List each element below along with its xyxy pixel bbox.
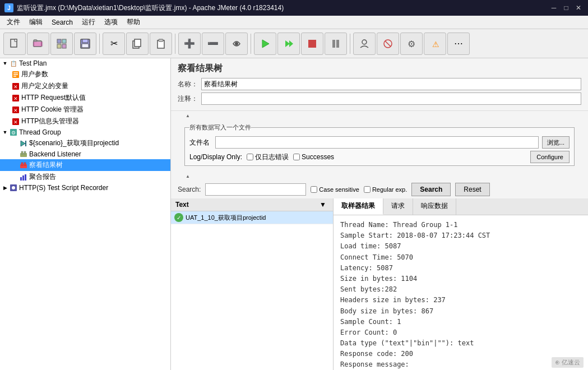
result-item[interactable]: ✓ UAT_1_10_获取项目projectid (171, 211, 333, 224)
user-params-icon (12, 71, 20, 78)
regular-exp-item[interactable]: Regular exp. (364, 186, 407, 193)
menu-edit[interactable]: 编辑 (25, 16, 47, 28)
toolbar-new[interactable] (3, 33, 26, 55)
tab-request[interactable]: 请求 (383, 198, 413, 215)
search-input[interactable] (205, 183, 306, 196)
name-input[interactable] (201, 78, 581, 90)
toolbar-collapse[interactable]: ➖ (202, 33, 224, 55)
menu-file[interactable]: 文件 (2, 16, 25, 28)
tree-item-scenario[interactable]: ${scenario}_获取项目projectid (0, 137, 170, 149)
tree-item-http-cookie[interactable]: ✕ HTTP Cookie 管理器 (0, 104, 170, 115)
svg-rect-22 (336, 40, 339, 48)
successes-label: Successes (302, 153, 334, 161)
tree-item-http-header[interactable]: ✕ HTTP信息头管理器 (0, 115, 170, 127)
user-vars-icon: ✕ (12, 82, 20, 90)
toolbar-remote-stop[interactable] (377, 33, 399, 55)
errors-only-checkbox[interactable] (247, 154, 253, 160)
successes-checkbox[interactable] (293, 154, 300, 160)
svg-point-23 (362, 40, 367, 44)
file-section-title: 所有数据写入一个文件 (189, 123, 251, 132)
menu-run[interactable]: 运行 (77, 16, 100, 28)
file-label: 文件名 (189, 138, 210, 147)
success-icon: ✓ (174, 213, 183, 222)
toolbar-sep-3 (251, 34, 251, 54)
toolbar-shutdown[interactable] (325, 33, 347, 55)
window-title: 监听设置.jmx (D:\MyData\xietian1\Desktop\监听设… (17, 3, 549, 13)
search-button[interactable]: Search (411, 183, 451, 196)
toolbar-templates[interactable] (50, 33, 73, 55)
tree-item-user-vars[interactable]: ✕ 用户定义的变量 (0, 80, 170, 92)
tree-item-test-plan[interactable]: ▼ 📋 Test Plan (0, 58, 170, 68)
reset-button[interactable]: Reset (455, 183, 489, 196)
toolbar-stop[interactable] (301, 33, 323, 55)
menu-options[interactable]: 选项 (100, 16, 122, 28)
svg-rect-11 (82, 44, 89, 48)
svg-rect-15 (159, 39, 163, 41)
tree-item-recorder[interactable]: ▶ HTTP(S) Test Script Recorder (0, 183, 170, 193)
case-sensitive-item[interactable]: Case sensitive (311, 186, 359, 193)
svg-rect-20 (308, 40, 316, 48)
svg-text:⚠: ⚠ (432, 40, 439, 49)
menu-bar: 文件 编辑 Search 运行 选项 帮助 (0, 16, 588, 29)
toolbar-expand[interactable]: ➕ (178, 33, 201, 55)
collapse-arrow-1[interactable]: ▲ (184, 112, 191, 119)
case-sensitive-checkbox[interactable] (311, 186, 317, 193)
file-input[interactable] (215, 136, 539, 149)
svg-rect-51 (22, 175, 24, 181)
menu-help[interactable]: 帮助 (122, 16, 145, 28)
maximize-button[interactable]: □ (561, 3, 571, 13)
right-panel: 察看结果树 名称： 注释： ▲ 所有数据写入一个文件 文件名 浏览... (171, 58, 588, 370)
errors-only-item[interactable]: 仅日志错误 (247, 152, 289, 162)
thread-group-expand: ▼ (2, 130, 8, 135)
toolbar-copy[interactable] (126, 33, 149, 55)
svg-line-25 (385, 41, 391, 47)
tab-sampler-result[interactable]: 取样器结果 (334, 198, 383, 215)
main-layout: ▼ 📋 Test Plan 用户参数 ✕ 用户定义的变量 ✕ HTTP (0, 58, 588, 370)
svg-rect-13 (135, 39, 141, 47)
tree-item-thread-group[interactable]: ▼ ⚙ Thread Group (0, 127, 170, 137)
tree-item-aggregate-report[interactable]: 聚合报告 (0, 171, 170, 183)
tree-item-results-tree[interactable]: 察看结果树 (0, 159, 170, 171)
tree-item-user-params[interactable]: 用户参数 (0, 68, 170, 80)
toolbar-start[interactable] (254, 33, 276, 55)
toolbar-sep-2 (175, 34, 175, 54)
comment-row: 注释： (178, 92, 581, 105)
tab-response-data[interactable]: 响应数据 (413, 198, 456, 215)
file-browse-button[interactable]: 浏览... (542, 136, 570, 149)
panel-header: 察看结果树 名称： 注释： (171, 58, 588, 111)
tree-item-label: Thread Group (19, 128, 61, 136)
name-label: 名称： (178, 80, 198, 89)
tree-item-label: Backend Listener (29, 150, 81, 158)
results-list-header: Text ▼ (171, 198, 333, 211)
toolbar-more[interactable]: ⋯ (447, 33, 470, 55)
toolbar-cut[interactable]: ✂ (103, 33, 125, 55)
watermark: ⊕ 亿速云 (552, 357, 584, 368)
collapse-arrow-2[interactable]: ▲ (184, 173, 191, 179)
svg-rect-21 (332, 40, 335, 48)
toolbar-function-helper[interactable]: ⚙ (400, 33, 423, 55)
regular-exp-checkbox[interactable] (364, 186, 371, 193)
configure-button[interactable]: Configure (530, 151, 570, 163)
close-button[interactable]: ✕ (573, 3, 584, 13)
tree-item-http-defaults[interactable]: ✕ HTTP Request默认值 (0, 92, 170, 104)
svg-point-16 (235, 42, 238, 45)
recorder-expand: ▶ (2, 185, 8, 191)
toolbar-open[interactable] (27, 33, 49, 55)
tree-item-label: 聚合报告 (29, 172, 56, 182)
panel-title: 察看结果树 (178, 63, 581, 75)
svg-rect-45 (21, 151, 23, 154)
tree-item-backend-listener[interactable]: Backend Listener (0, 149, 170, 159)
toolbar-toggle[interactable] (225, 33, 248, 55)
toolbar-remote-start[interactable] (353, 33, 376, 55)
menu-search[interactable]: Search (47, 17, 77, 27)
svg-rect-8 (62, 44, 66, 48)
toolbar-paste[interactable] (150, 33, 172, 55)
toolbar-start-no-pauses[interactable] (277, 33, 300, 55)
comment-input[interactable] (201, 92, 581, 105)
toolbar-help[interactable]: ⚠ (424, 33, 446, 55)
toolbar-save[interactable] (74, 33, 96, 55)
file-row: 文件名 浏览... (189, 136, 570, 149)
minimize-button[interactable]: ─ (549, 3, 559, 13)
successes-item[interactable]: Successes (293, 153, 334, 161)
test-plan-icon: 📋 (10, 59, 17, 67)
